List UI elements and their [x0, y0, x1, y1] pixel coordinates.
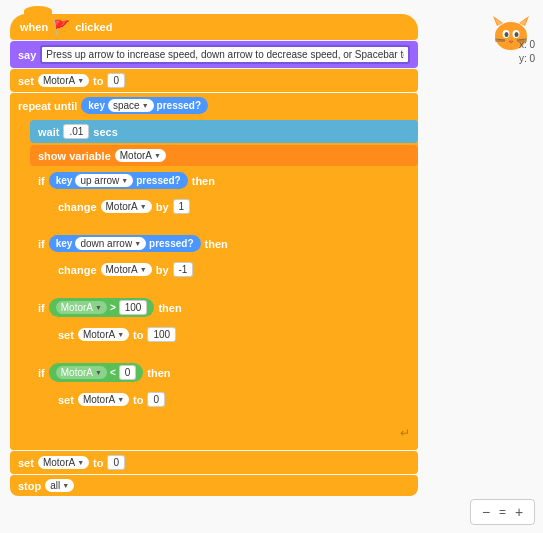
- set-motora-top[interactable]: set MotorA to 0: [10, 69, 418, 92]
- if-down-block[interactable]: if key down arrow pressed? then change M…: [30, 231, 418, 292]
- clicked-label: clicked: [75, 21, 112, 33]
- key-space-pill[interactable]: key space pressed?: [81, 97, 208, 114]
- set-lt0-var[interactable]: MotorA: [78, 393, 129, 406]
- set-gt100-to: to: [133, 329, 143, 341]
- gt-op: >: [110, 302, 116, 313]
- if-lt0-inner: set MotorA to 0: [50, 386, 418, 415]
- lt0-val[interactable]: 0: [119, 365, 137, 380]
- key-label-down: key: [56, 238, 73, 249]
- zoom-equals: =: [499, 505, 506, 519]
- set-gt100-label: set: [58, 329, 74, 341]
- set-lt0-label: set: [58, 394, 74, 406]
- wait-block[interactable]: wait .01 secs: [30, 120, 418, 143]
- to-label-top: to: [93, 75, 103, 87]
- val-top[interactable]: 0: [107, 73, 125, 88]
- set-gt100-var[interactable]: MotorA: [78, 328, 129, 341]
- set-lt0-to: to: [133, 394, 143, 406]
- motora-lt0-var[interactable]: MotorA: [56, 366, 107, 379]
- wait-val[interactable]: .01: [63, 124, 89, 139]
- if-down-inner: change MotorA by -1: [50, 256, 418, 285]
- key-down-pill[interactable]: key down arrow pressed?: [49, 235, 201, 252]
- change-up-block[interactable]: change MotorA by 1: [50, 195, 418, 218]
- motora-dropdown-top[interactable]: MotorA: [38, 74, 89, 87]
- motora-lt0-pill[interactable]: MotorA < 0: [49, 363, 144, 382]
- then-down-label: then: [205, 238, 228, 250]
- change-down-var[interactable]: MotorA: [101, 263, 152, 276]
- pressed-label-repeat: pressed?: [157, 100, 201, 111]
- set-motora-bottom[interactable]: set MotorA to 0: [10, 451, 418, 474]
- if-down-label: if: [38, 238, 45, 250]
- set-lt0-val[interactable]: 0: [147, 392, 165, 407]
- stop-val[interactable]: all: [45, 479, 74, 492]
- set-gt100-val[interactable]: 100: [147, 327, 176, 342]
- change-up-val[interactable]: 1: [173, 199, 191, 214]
- if-gt100-inner: set MotorA to 100: [50, 321, 418, 350]
- repeat-until-block[interactable]: repeat until key space pressed? wait .01…: [10, 93, 418, 450]
- show-label: show variable: [38, 150, 111, 162]
- if-gt100-block[interactable]: if MotorA > 100 then set MotorA to: [30, 294, 418, 357]
- if-up-label: if: [38, 175, 45, 187]
- repeat-header: repeat until key space pressed?: [10, 93, 418, 118]
- repeat-curl: ↵: [10, 424, 418, 442]
- repeat-label: repeat until: [18, 100, 77, 112]
- key-down-val[interactable]: down arrow: [75, 237, 146, 250]
- if-up-header: if key up arrow pressed? then: [30, 168, 418, 193]
- if-lt0-footer: [30, 415, 418, 422]
- hat-block[interactable]: when 🚩 clicked: [10, 14, 418, 40]
- to-label-bottom: to: [93, 457, 103, 469]
- flag-icon: 🚩: [53, 19, 70, 35]
- lt-op: <: [110, 367, 116, 378]
- zoom-in-button[interactable]: +: [510, 503, 528, 521]
- stop-label: stop: [18, 480, 41, 492]
- then-gt100: then: [158, 302, 181, 314]
- key-val-repeat[interactable]: space: [108, 99, 154, 112]
- if-down-header: if key down arrow pressed? then: [30, 231, 418, 256]
- then-lt0: then: [147, 367, 170, 379]
- if-gt100-header: if MotorA > 100 then: [30, 294, 418, 321]
- scratch-editor: x: 0 y: 0 when 🚩 clicked say set MotorA …: [0, 0, 543, 533]
- set-label-top: set: [18, 75, 34, 87]
- change-up-var[interactable]: MotorA: [101, 200, 152, 213]
- repeat-footer: [10, 442, 418, 450]
- show-var[interactable]: MotorA: [115, 149, 166, 162]
- set-lt0-block[interactable]: set MotorA to 0: [50, 388, 418, 411]
- coordinates: x: 0 y: 0: [519, 38, 535, 66]
- key-up-pill[interactable]: key up arrow pressed?: [49, 172, 188, 189]
- say-block[interactable]: say: [10, 41, 418, 68]
- change-down-block[interactable]: change MotorA by -1: [50, 258, 418, 281]
- say-input[interactable]: [40, 45, 410, 64]
- if-lt0-label: if: [38, 367, 45, 379]
- set-gt100-block[interactable]: set MotorA to 100: [50, 323, 418, 346]
- motora-dropdown-bottom[interactable]: MotorA: [38, 456, 89, 469]
- stop-block[interactable]: stop all: [10, 475, 418, 496]
- by-up-label: by: [156, 201, 169, 213]
- val-bottom[interactable]: 0: [107, 455, 125, 470]
- change-down-val[interactable]: -1: [173, 262, 194, 277]
- secs-label: secs: [93, 126, 117, 138]
- pressed-label-up: pressed?: [136, 175, 180, 186]
- change-up-label: change: [58, 201, 97, 213]
- show-variable-block[interactable]: show variable MotorA: [30, 145, 418, 166]
- if-up-block[interactable]: if key up arrow pressed? then change Mot…: [30, 168, 418, 229]
- if-up-footer: [30, 222, 418, 229]
- if-lt0-block[interactable]: if MotorA < 0 then set MotorA to: [30, 359, 418, 422]
- zoom-controls: − = +: [470, 499, 535, 525]
- then-up-label: then: [192, 175, 215, 187]
- key-label-up: key: [56, 175, 73, 186]
- repeat-inner: wait .01 secs show variable MotorA if ke…: [30, 118, 418, 424]
- by-down-label: by: [156, 264, 169, 276]
- motora-gt-100-pill[interactable]: MotorA > 100: [49, 298, 155, 317]
- svg-point-7: [505, 32, 509, 37]
- motora-gt100-var[interactable]: MotorA: [56, 301, 107, 314]
- say-label: say: [18, 49, 36, 61]
- set-label-bottom: set: [18, 457, 34, 469]
- wait-label: wait: [38, 126, 59, 138]
- key-label-repeat: key: [88, 100, 105, 111]
- if-lt0-header: if MotorA < 0 then: [30, 359, 418, 386]
- pressed-label-down: pressed?: [149, 238, 193, 249]
- key-up-val[interactable]: up arrow: [75, 174, 133, 187]
- when-label: when: [20, 21, 48, 33]
- if-down-footer: [30, 285, 418, 292]
- zoom-out-button[interactable]: −: [477, 503, 495, 521]
- gt100-val[interactable]: 100: [119, 300, 148, 315]
